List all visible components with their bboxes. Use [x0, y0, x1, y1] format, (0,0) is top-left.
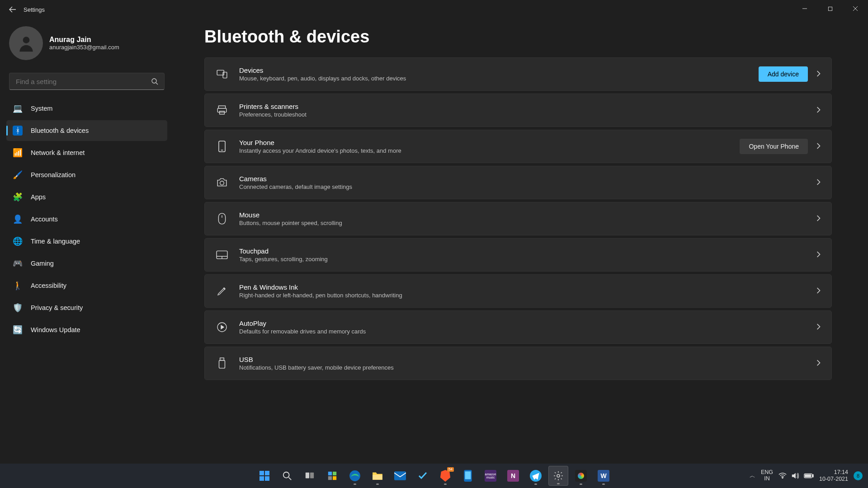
edge-app[interactable] — [345, 466, 365, 486]
task-view-button[interactable] — [300, 466, 320, 486]
brave-app[interactable]: 54 — [435, 466, 455, 486]
back-button[interactable] — [6, 3, 19, 16]
profile-block[interactable]: Anurag Jain anuragjain353@gmail.com — [6, 19, 167, 70]
nav-label: Windows Update — [31, 326, 80, 333]
svg-rect-25 — [306, 473, 309, 479]
svg-rect-28 — [333, 472, 336, 475]
amazon-music-app[interactable]: amazonmusic — [481, 466, 500, 486]
volume-tray-icon — [791, 472, 799, 479]
nav-item-gaming[interactable]: 🎮Gaming — [6, 253, 167, 274]
todo-app[interactable] — [413, 466, 433, 486]
card-title: Devices — [239, 66, 751, 74]
svg-rect-41 — [805, 474, 811, 477]
search-input[interactable] — [9, 73, 165, 90]
main-content: Bluetooth & devices Devices Mouse, keybo… — [172, 19, 868, 464]
word-app[interactable]: W — [594, 466, 613, 486]
maximize-button[interactable] — [817, 0, 843, 17]
battery-tray-icon — [804, 473, 814, 479]
svg-rect-33 — [394, 471, 406, 480]
chevron-right-icon — [815, 215, 822, 222]
titlebar: Settings — [0, 0, 868, 19]
taskbar: 54 amazonmusic N W ︿ ENG IN 17:14 10-07-… — [0, 464, 868, 488]
nav-item-accessibility[interactable]: 🚶Accessibility — [6, 275, 167, 296]
mail-app[interactable] — [390, 466, 410, 486]
close-button[interactable] — [843, 0, 868, 17]
phone-icon — [216, 140, 228, 153]
svg-point-38 — [782, 477, 783, 478]
card-devices[interactable]: Devices Mouse, keyboard, pen, audio, dis… — [204, 57, 832, 91]
svg-rect-21 — [220, 358, 224, 360]
svg-rect-27 — [328, 472, 332, 475]
notifications-button[interactable]: 8 — [854, 471, 863, 480]
apps-icon: 🧩 — [13, 192, 23, 202]
svg-rect-1 — [828, 7, 832, 10]
touchpad-icon — [216, 249, 228, 261]
printer-icon — [216, 104, 228, 117]
window-controls — [792, 0, 868, 17]
onenote-app[interactable]: N — [503, 466, 523, 486]
card-your-phone[interactable]: Your Phone Instantly access your Android… — [204, 130, 832, 163]
nav-label: Network & internet — [31, 149, 85, 156]
nav-item-apps[interactable]: 🧩Apps — [6, 187, 167, 207]
svg-point-4 — [23, 37, 29, 43]
usb-icon — [216, 357, 228, 370]
card-title: USB — [239, 356, 808, 363]
svg-rect-40 — [812, 474, 813, 477]
system-icon: 💻 — [13, 103, 23, 113]
phone-app[interactable] — [458, 466, 478, 486]
card-touchpad[interactable]: Touchpad Taps, gestures, scrolling, zoom… — [204, 238, 832, 272]
person-icon: 👤 — [13, 214, 23, 224]
gaming-icon: 🎮 — [13, 258, 23, 268]
nav-item-privacy[interactable]: 🛡️Privacy & security — [6, 297, 167, 318]
nav-item-time[interactable]: 🌐Time & language — [6, 231, 167, 252]
svg-line-24 — [289, 478, 292, 480]
nav-item-network[interactable]: 📶Network & internet — [6, 142, 167, 163]
svg-rect-35 — [465, 471, 471, 479]
tray-overflow-button[interactable]: ︿ — [750, 472, 755, 480]
svg-rect-10 — [217, 108, 226, 113]
svg-rect-9 — [218, 106, 225, 108]
clock-button[interactable]: 17:14 10-07-2021 — [819, 469, 848, 483]
minimize-button[interactable] — [792, 0, 817, 17]
wifi-icon: 📶 — [13, 148, 23, 158]
update-icon: 🔄 — [13, 325, 23, 335]
nav-item-bluetooth[interactable]: ᚼBluetooth & devices — [6, 120, 167, 141]
card-usb[interactable]: USB Notifications, USB battery saver, mo… — [204, 347, 832, 380]
card-mouse[interactable]: Mouse Buttons, mouse pointer speed, scro… — [204, 202, 832, 235]
davinci-app[interactable] — [571, 466, 591, 486]
pen-icon — [216, 285, 228, 297]
svg-rect-22 — [219, 361, 225, 368]
nav-item-update[interactable]: 🔄Windows Update — [6, 319, 167, 340]
svg-rect-15 — [218, 213, 225, 224]
search-container — [9, 73, 165, 90]
settings-app[interactable] — [548, 466, 568, 486]
chevron-right-icon — [815, 143, 822, 150]
card-sub: Buttons, mouse pointer speed, scrolling — [239, 220, 808, 226]
nav-item-system[interactable]: 💻System — [6, 98, 167, 119]
globe-icon: 🌐 — [13, 236, 23, 246]
explorer-app[interactable] — [368, 466, 387, 486]
card-pen[interactable]: Pen & Windows Ink Right-handed or left-h… — [204, 274, 832, 308]
taskbar-search-button[interactable] — [277, 466, 297, 486]
brave-badge: 54 — [447, 467, 454, 472]
nav-item-personalization[interactable]: 🖌️Personalization — [6, 164, 167, 185]
svg-point-31 — [349, 470, 360, 481]
svg-line-6 — [156, 83, 158, 84]
svg-point-37 — [557, 474, 560, 477]
system-tray[interactable] — [778, 472, 814, 479]
card-cameras[interactable]: Cameras Connected cameras, default image… — [204, 166, 832, 199]
card-printers[interactable]: Printers & scanners Preferences, trouble… — [204, 94, 832, 127]
language-button[interactable]: ENG IN — [761, 469, 773, 482]
card-autoplay[interactable]: AutoPlay Defaults for removable drives a… — [204, 310, 832, 344]
add-device-button[interactable]: Add device — [759, 66, 808, 82]
nav-item-accounts[interactable]: 👤Accounts — [6, 209, 167, 230]
telegram-app[interactable] — [526, 466, 546, 486]
card-sub: Mouse, keyboard, pen, audio, displays an… — [239, 75, 751, 82]
start-button[interactable] — [255, 466, 274, 486]
profile-name: Anurag Jain — [49, 36, 119, 44]
widgets-button[interactable] — [322, 466, 342, 486]
nav-label: Accounts — [31, 216, 58, 223]
chevron-right-icon — [815, 179, 822, 186]
svg-rect-11 — [220, 111, 225, 114]
open-your-phone-button[interactable]: Open Your Phone — [740, 139, 808, 154]
